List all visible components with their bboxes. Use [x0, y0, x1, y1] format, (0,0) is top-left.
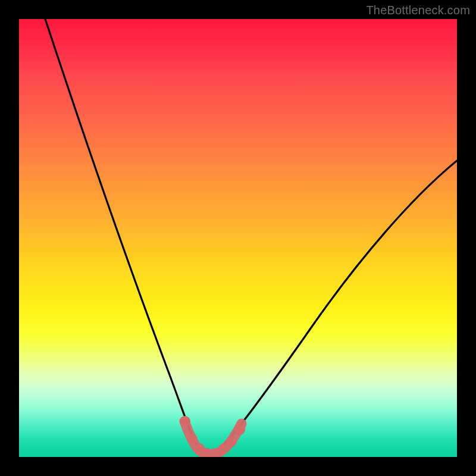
watermark-text: TheBottleneck.com [366, 4, 470, 17]
chart-frame: TheBottleneck.com [0, 0, 476, 476]
svg-point-1 [187, 434, 198, 444]
svg-point-7 [234, 424, 245, 435]
svg-point-5 [218, 444, 228, 455]
svg-point-6 [226, 436, 237, 447]
plot-area [19, 19, 457, 457]
bottleneck-curve [19, 19, 457, 457]
curve-path [45, 19, 457, 453]
svg-point-0 [180, 416, 190, 427]
